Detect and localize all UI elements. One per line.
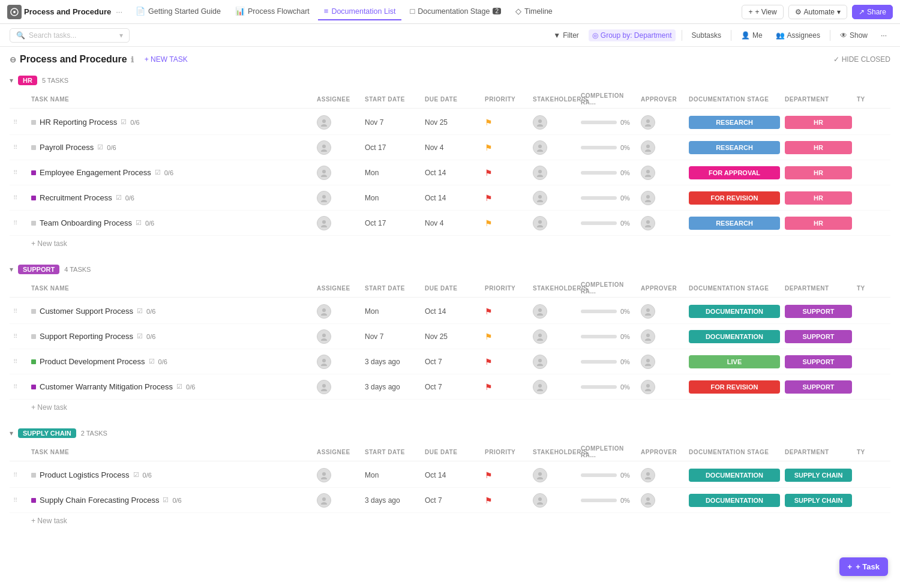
tab-getting-started[interactable]: 📄 Getting Started Guide bbox=[130, 3, 227, 20]
approver-avatar[interactable] bbox=[641, 468, 655, 482]
assignee-cell[interactable] bbox=[314, 166, 362, 180]
priority-cell[interactable]: ⚑ bbox=[482, 357, 530, 367]
automate-button[interactable]: ⚙ Automate ▾ bbox=[788, 5, 847, 19]
department-badge[interactable]: HR bbox=[785, 217, 852, 230]
department-badge[interactable]: SUPPORT bbox=[785, 330, 852, 343]
department-badge[interactable]: SUPPORT bbox=[785, 355, 852, 368]
new-task-row[interactable]: + New task bbox=[10, 400, 890, 415]
avatar[interactable] bbox=[317, 216, 331, 230]
task-title[interactable]: Customer Support Process bbox=[40, 307, 133, 316]
task-title[interactable]: Employee Engagement Process bbox=[40, 168, 151, 177]
assignee-cell[interactable] bbox=[314, 355, 362, 369]
assignee-cell[interactable] bbox=[314, 216, 362, 230]
priority-cell[interactable]: ⚑ bbox=[482, 382, 530, 392]
filter-button[interactable]: ▼ Filter bbox=[550, 29, 583, 41]
stakeholder-avatar[interactable] bbox=[533, 191, 547, 205]
task-title[interactable]: Recruitment Process bbox=[40, 193, 112, 202]
department-cell[interactable]: HR bbox=[782, 116, 854, 129]
task-title[interactable]: Supply Chain Forecasting Process bbox=[40, 496, 159, 505]
group-toggle-support[interactable]: ▾ bbox=[10, 265, 13, 274]
doc-stage-cell[interactable]: DOCUMENTATION bbox=[686, 330, 782, 343]
stakeholder-cell[interactable] bbox=[530, 468, 578, 482]
doc-stage-cell[interactable]: DOCUMENTATION bbox=[686, 469, 782, 482]
approver-avatar[interactable] bbox=[641, 355, 655, 369]
stakeholder-avatar[interactable] bbox=[533, 468, 547, 482]
start-date-cell[interactable]: 3 days ago bbox=[362, 383, 422, 391]
app-title-dots[interactable]: ··· bbox=[116, 7, 122, 16]
due-date-cell[interactable]: Nov 4 bbox=[422, 219, 482, 227]
assignee-cell[interactable] bbox=[314, 380, 362, 394]
assignees-button[interactable]: 👥 Assignees bbox=[772, 29, 824, 41]
department-cell[interactable]: HR bbox=[782, 191, 854, 205]
due-date-cell[interactable]: Oct 7 bbox=[422, 383, 482, 391]
avatar[interactable] bbox=[317, 380, 331, 394]
approver-avatar[interactable] bbox=[641, 140, 655, 155]
stakeholder-cell[interactable] bbox=[530, 115, 578, 130]
task-title[interactable]: Product Logistics Process bbox=[40, 470, 130, 479]
department-badge[interactable]: SUPPORT bbox=[785, 305, 852, 318]
stakeholder-cell[interactable] bbox=[530, 216, 578, 230]
doc-stage-cell[interactable]: RESEARCH bbox=[686, 116, 782, 129]
avatar[interactable] bbox=[317, 191, 331, 205]
drag-handle[interactable]: ⠿ bbox=[10, 472, 29, 478]
drag-handle[interactable]: ⠿ bbox=[10, 220, 29, 226]
stakeholder-cell[interactable] bbox=[530, 329, 578, 344]
approver-cell[interactable] bbox=[638, 329, 686, 344]
due-date-cell[interactable]: Oct 7 bbox=[422, 496, 482, 505]
doc-stage-cell[interactable]: FOR APPROVAL bbox=[686, 166, 782, 179]
avatar[interactable] bbox=[317, 140, 331, 155]
due-date-cell[interactable]: Nov 25 bbox=[422, 118, 482, 127]
priority-cell[interactable]: ⚑ bbox=[482, 470, 530, 480]
doc-stage-badge[interactable]: DOCUMENTATION bbox=[689, 494, 780, 507]
start-date-cell[interactable]: Mon bbox=[362, 169, 422, 177]
drag-handle[interactable]: ⠿ bbox=[10, 358, 29, 365]
start-date-cell[interactable]: Oct 17 bbox=[362, 219, 422, 227]
drag-handle[interactable]: ⠿ bbox=[10, 383, 29, 390]
stakeholder-avatar[interactable] bbox=[533, 380, 547, 394]
stakeholder-avatar[interactable] bbox=[533, 329, 547, 344]
approver-cell[interactable] bbox=[638, 493, 686, 508]
new-task-row[interactable]: + New task bbox=[10, 236, 890, 251]
assignee-cell[interactable] bbox=[314, 140, 362, 155]
doc-stage-badge[interactable]: FOR APPROVAL bbox=[689, 166, 780, 179]
stakeholder-avatar[interactable] bbox=[533, 115, 547, 130]
expand-toggle[interactable]: ⊖ bbox=[10, 55, 16, 64]
task-name-cell[interactable]: Employee Engagement Process ☑ 0/6 bbox=[29, 168, 314, 177]
doc-stage-cell[interactable]: FOR REVISION bbox=[686, 380, 782, 394]
tab-process-flowchart[interactable]: 📊 Process Flowchart bbox=[229, 3, 316, 20]
task-title[interactable]: Payroll Process bbox=[40, 143, 94, 152]
new-task-header-button[interactable]: + NEW TASK bbox=[145, 55, 188, 64]
department-badge[interactable]: SUPPLY CHAIN bbox=[785, 469, 852, 482]
more-button[interactable]: ··· bbox=[877, 29, 890, 41]
stakeholder-cell[interactable] bbox=[530, 380, 578, 394]
due-date-cell[interactable]: Oct 14 bbox=[422, 194, 482, 202]
approver-avatar[interactable] bbox=[641, 191, 655, 205]
priority-cell[interactable]: ⚑ bbox=[482, 332, 530, 341]
task-title[interactable]: Support Reporting Process bbox=[40, 332, 133, 341]
doc-stage-badge[interactable]: FOR REVISION bbox=[689, 191, 780, 205]
start-date-cell[interactable]: 3 days ago bbox=[362, 358, 422, 366]
approver-avatar[interactable] bbox=[641, 115, 655, 130]
approver-avatar[interactable] bbox=[641, 493, 655, 508]
due-date-cell[interactable]: Oct 14 bbox=[422, 471, 482, 479]
drag-handle[interactable]: ⠿ bbox=[10, 144, 29, 151]
department-cell[interactable]: SUPPORT bbox=[782, 330, 854, 343]
priority-cell[interactable]: ⚑ bbox=[482, 307, 530, 316]
stakeholder-avatar[interactable] bbox=[533, 304, 547, 319]
department-cell[interactable]: SUPPORT bbox=[782, 355, 854, 368]
approver-cell[interactable] bbox=[638, 166, 686, 180]
doc-stage-badge[interactable]: RESEARCH bbox=[689, 141, 780, 154]
stakeholder-avatar[interactable] bbox=[533, 166, 547, 180]
info-icon[interactable]: ℹ bbox=[131, 55, 134, 64]
priority-cell[interactable]: ⚑ bbox=[482, 168, 530, 178]
due-date-cell[interactable]: Oct 14 bbox=[422, 307, 482, 316]
stakeholder-cell[interactable] bbox=[530, 166, 578, 180]
drag-handle[interactable]: ⠿ bbox=[10, 333, 29, 340]
subtasks-button[interactable]: Subtasks bbox=[688, 29, 725, 41]
start-date-cell[interactable]: Oct 17 bbox=[362, 143, 422, 152]
assignee-cell[interactable] bbox=[314, 191, 362, 205]
me-button[interactable]: 👤 Me bbox=[737, 29, 766, 41]
department-cell[interactable]: HR bbox=[782, 217, 854, 230]
avatar[interactable] bbox=[317, 304, 331, 319]
department-badge[interactable]: SUPPORT bbox=[785, 380, 852, 394]
